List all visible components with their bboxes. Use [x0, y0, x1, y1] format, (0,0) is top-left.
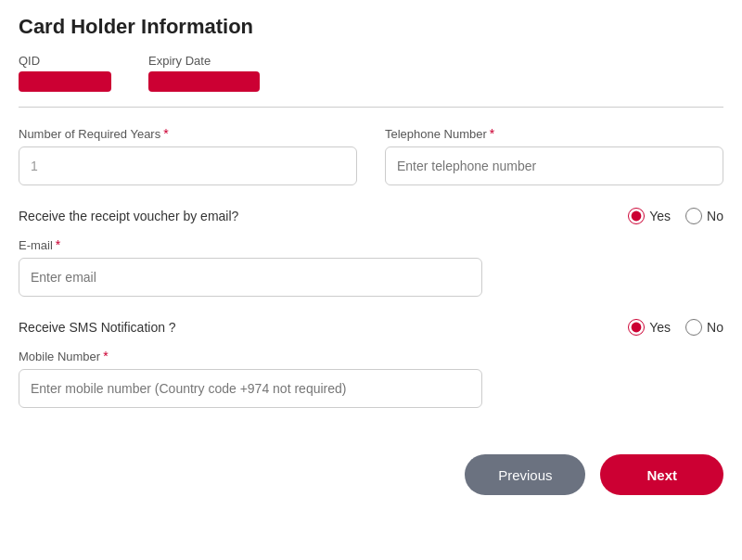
- qid-label: QID: [19, 54, 111, 68]
- mobile-required-star: *: [103, 349, 108, 363]
- telephone-label: Telephone Number *: [385, 126, 723, 141]
- top-fields-row: QID Expiry Date: [19, 54, 723, 92]
- sms-radio-group: Yes No: [628, 319, 723, 336]
- next-button[interactable]: Next: [600, 454, 723, 495]
- receipt-question: Receive the receipt voucher by email?: [19, 209, 238, 223]
- receipt-no-radio[interactable]: [685, 208, 702, 224]
- sms-row: Receive SMS Notification ? Yes No: [19, 319, 723, 336]
- email-label: E-mail *: [19, 237, 723, 252]
- receipt-radio-group: Yes No: [628, 208, 723, 224]
- telephone-input[interactable]: [385, 146, 723, 185]
- sms-yes-option[interactable]: Yes: [628, 319, 671, 336]
- email-section: E-mail *: [19, 237, 723, 297]
- years-label: Number of Required Years *: [19, 126, 357, 141]
- years-col: Number of Required Years *: [19, 126, 357, 185]
- receipt-no-option[interactable]: No: [685, 208, 723, 224]
- mobile-section: Mobile Number *: [19, 349, 723, 408]
- receipt-yes-label: Yes: [649, 209, 671, 223]
- sms-yes-label: Yes: [649, 320, 671, 335]
- qid-value-bar: [19, 71, 111, 92]
- telephone-col: Telephone Number *: [385, 126, 723, 185]
- sms-yes-radio[interactable]: [628, 319, 645, 336]
- page-title: Card Holder Information: [19, 15, 723, 39]
- divider: [19, 107, 723, 108]
- qid-field-group: QID: [19, 54, 111, 92]
- email-input[interactable]: [19, 258, 482, 297]
- mobile-input[interactable]: [19, 369, 482, 408]
- expiry-field-group: Expiry Date: [148, 54, 260, 92]
- telephone-required-star: *: [490, 126, 494, 141]
- sms-no-label: No: [707, 320, 723, 335]
- mobile-label: Mobile Number *: [19, 349, 723, 363]
- receipt-yes-option[interactable]: Yes: [628, 208, 671, 224]
- mobile-input-wrapper: [19, 369, 482, 408]
- years-required-star: *: [163, 126, 168, 141]
- expiry-label: Expiry Date: [148, 54, 260, 68]
- receipt-no-label: No: [707, 209, 723, 223]
- sms-no-option[interactable]: No: [685, 319, 723, 336]
- footer-buttons: Previous Next: [19, 445, 723, 495]
- email-input-wrapper: [19, 258, 482, 297]
- receipt-row: Receive the receipt voucher by email? Ye…: [19, 208, 723, 224]
- page-container: Card Holder Information QID Expiry Date …: [0, 0, 742, 510]
- previous-button[interactable]: Previous: [465, 454, 585, 495]
- years-input[interactable]: [19, 146, 357, 185]
- sms-no-radio[interactable]: [685, 319, 702, 336]
- years-telephone-row: Number of Required Years * Telephone Num…: [19, 126, 723, 185]
- receipt-yes-radio[interactable]: [628, 208, 645, 224]
- expiry-value-bar: [148, 71, 260, 92]
- sms-question: Receive SMS Notification ?: [19, 320, 176, 335]
- email-required-star: *: [56, 237, 60, 252]
